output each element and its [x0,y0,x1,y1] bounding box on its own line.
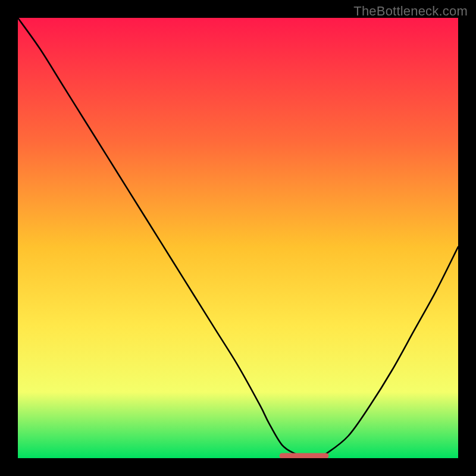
chart-svg [0,0,476,476]
plot-background [18,18,458,458]
chart-frame: TheBottleneck.com [0,0,476,476]
watermark-text: TheBottleneck.com [353,4,468,19]
